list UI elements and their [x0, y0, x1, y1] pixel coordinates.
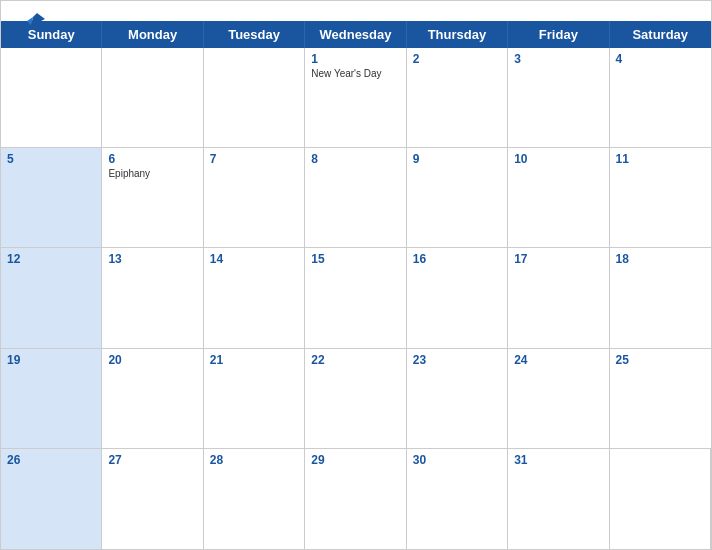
cell-number: 20: [108, 353, 196, 367]
cell-number: 9: [413, 152, 501, 166]
calendar-cell: 27: [102, 449, 203, 549]
logo: [17, 9, 53, 41]
calendar-cell: 14: [204, 248, 305, 348]
calendar-cell: 17: [508, 248, 609, 348]
cell-number: 21: [210, 353, 298, 367]
day-header-wednesday: Wednesday: [305, 21, 406, 48]
calendar-cell: 26: [1, 449, 102, 549]
calendar-container: SundayMondayTuesdayWednesdayThursdayFrid…: [0, 0, 712, 550]
calendar-cell: 25: [610, 349, 711, 449]
calendar-cell: 4: [610, 48, 711, 148]
cell-number: 30: [413, 453, 501, 467]
cell-number: 2: [413, 52, 501, 66]
cell-number: 12: [7, 252, 95, 266]
cell-number: 17: [514, 252, 602, 266]
day-header-saturday: Saturday: [610, 21, 711, 48]
cell-number: 6: [108, 152, 196, 166]
day-header-thursday: Thursday: [407, 21, 508, 48]
calendar-cell: 22: [305, 349, 406, 449]
calendar-cell: 2: [407, 48, 508, 148]
calendar-cell: 7: [204, 148, 305, 248]
calendar-cell: 31: [508, 449, 609, 549]
cell-number: 24: [514, 353, 602, 367]
calendar-cell: 21: [204, 349, 305, 449]
calendar-cell: 12: [1, 248, 102, 348]
calendar-cell: [204, 48, 305, 148]
day-header-friday: Friday: [508, 21, 609, 48]
cell-number: 27: [108, 453, 196, 467]
svg-marker-0: [31, 13, 45, 29]
cell-number: 28: [210, 453, 298, 467]
calendar-cell: 30: [407, 449, 508, 549]
cell-holiday: New Year's Day: [311, 68, 399, 79]
cell-number: 3: [514, 52, 602, 66]
cell-holiday: Epiphany: [108, 168, 196, 179]
calendar-cell: 19: [1, 349, 102, 449]
calendar-cell: 20: [102, 349, 203, 449]
calendar-cell: 10: [508, 148, 609, 248]
calendar-cell: 24: [508, 349, 609, 449]
calendar-cell: 13: [102, 248, 203, 348]
calendar-cell: [1, 48, 102, 148]
day-header-monday: Monday: [102, 21, 203, 48]
cell-number: 15: [311, 252, 399, 266]
calendar-cell: 18: [610, 248, 711, 348]
calendar-cell: 9: [407, 148, 508, 248]
cell-number: 31: [514, 453, 602, 467]
cell-number: 10: [514, 152, 602, 166]
cell-number: 11: [616, 152, 705, 166]
cell-number: 22: [311, 353, 399, 367]
calendar-header: [1, 1, 711, 21]
days-header: SundayMondayTuesdayWednesdayThursdayFrid…: [1, 21, 711, 48]
calendar-cell: 23: [407, 349, 508, 449]
cell-number: 8: [311, 152, 399, 166]
calendar-cell: 16: [407, 248, 508, 348]
calendar-cell: [610, 449, 711, 549]
cell-number: 7: [210, 152, 298, 166]
calendar-cell: [102, 48, 203, 148]
day-header-tuesday: Tuesday: [204, 21, 305, 48]
cell-number: 19: [7, 353, 95, 367]
cell-number: 4: [616, 52, 705, 66]
logo-bird-icon: [17, 9, 49, 41]
calendar-cell: 8: [305, 148, 406, 248]
calendar-cell: 1New Year's Day: [305, 48, 406, 148]
cell-number: 5: [7, 152, 95, 166]
cell-number: 29: [311, 453, 399, 467]
cell-number: 25: [616, 353, 705, 367]
cell-number: 26: [7, 453, 95, 467]
calendar-grid: 1New Year's Day23456Epiphany789101112131…: [1, 48, 711, 549]
cell-number: 16: [413, 252, 501, 266]
calendar-cell: 15: [305, 248, 406, 348]
cell-number: 23: [413, 353, 501, 367]
cell-number: 18: [616, 252, 705, 266]
calendar-cell: 3: [508, 48, 609, 148]
calendar-cell: 29: [305, 449, 406, 549]
cell-number: 13: [108, 252, 196, 266]
calendar-cell: 6Epiphany: [102, 148, 203, 248]
cell-number: 14: [210, 252, 298, 266]
calendar-cell: 28: [204, 449, 305, 549]
cell-number: 1: [311, 52, 399, 66]
calendar-cell: 11: [610, 148, 711, 248]
calendar-cell: 5: [1, 148, 102, 248]
